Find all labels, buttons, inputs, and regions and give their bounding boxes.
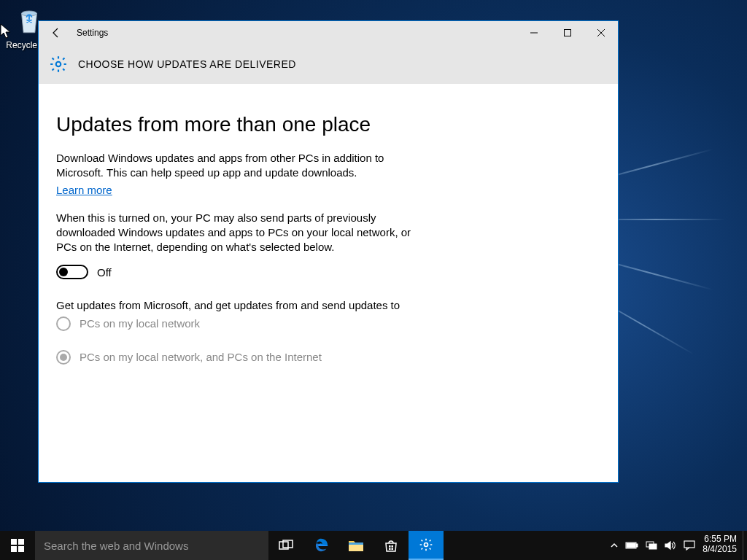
toggle-state-label: Off: [97, 266, 112, 279]
store-button[interactable]: [374, 531, 409, 560]
radio-group-label: Get updates from Microsoft, and get upda…: [56, 298, 421, 313]
clock-time: 6:55 PM: [703, 534, 737, 544]
tray-chevron-icon[interactable]: [611, 542, 618, 549]
action-center-icon[interactable]: [684, 540, 695, 551]
task-view-button[interactable]: [268, 531, 303, 560]
settings-taskbar-button[interactable]: [409, 531, 444, 560]
learn-more-link[interactable]: Learn more: [56, 184, 112, 196]
maximize-button[interactable]: [551, 21, 584, 44]
svg-point-3: [56, 62, 61, 67]
svg-rect-18: [636, 544, 638, 547]
radio-label-internet: PCs on my local network, and PCs on the …: [80, 351, 322, 363]
svg-point-16: [425, 543, 428, 547]
svg-rect-15: [392, 548, 394, 551]
svg-rect-2: [565, 30, 571, 36]
svg-rect-22: [684, 541, 694, 548]
show-desktop-button[interactable]: [743, 531, 747, 560]
svg-rect-19: [627, 543, 635, 548]
delivery-toggle[interactable]: [56, 265, 88, 279]
page-header-title: CHOOSE HOW UPDATES ARE DELIVERED: [78, 58, 296, 70]
svg-rect-4: [11, 539, 17, 545]
desktop[interactable]: Recycle Bin Settings: [0, 0, 747, 560]
description-1: Download Windows updates and apps from o…: [56, 151, 421, 181]
svg-rect-14: [389, 548, 391, 551]
volume-icon[interactable]: [665, 540, 676, 551]
svg-rect-6: [11, 546, 17, 552]
content-area: Updates from more than one place Downloa…: [39, 84, 618, 482]
window-title: Settings: [74, 28, 108, 38]
description-2: When this is turned on, your PC may also…: [56, 211, 421, 255]
content-heading: Updates from more than one place: [56, 113, 600, 136]
page-header: CHOOSE HOW UPDATES ARE DELIVERED: [39, 44, 618, 84]
taskbar: Search the web and Windows: [0, 531, 747, 560]
radio-label-local: PCs on my local network: [80, 317, 200, 330]
radio-icon: [56, 316, 71, 331]
back-button[interactable]: [39, 21, 74, 44]
start-button[interactable]: [0, 531, 35, 560]
titlebar[interactable]: Settings: [39, 21, 618, 44]
clock-date: 8/4/2015: [703, 544, 737, 554]
svg-rect-12: [389, 545, 391, 548]
svg-rect-7: [18, 546, 24, 552]
svg-rect-21: [649, 544, 657, 549]
svg-rect-13: [392, 545, 394, 548]
file-explorer-button[interactable]: [338, 531, 374, 560]
gear-icon: [49, 55, 68, 74]
edge-button[interactable]: [303, 531, 338, 560]
taskbar-clock[interactable]: 6:55 PM 8/4/2015: [700, 531, 743, 560]
settings-window: Settings CHOOSE HOW UPDATES ARE DELIVERE…: [38, 20, 619, 483]
radio-option-local[interactable]: PCs on my local network: [56, 316, 600, 331]
search-box[interactable]: Search the web and Windows: [35, 531, 268, 560]
svg-rect-11: [349, 542, 363, 545]
system-tray[interactable]: [606, 531, 700, 560]
search-placeholder: Search the web and Windows: [44, 540, 188, 552]
battery-icon[interactable]: [625, 541, 638, 550]
svg-rect-5: [18, 539, 24, 545]
radio-icon: [56, 350, 71, 365]
radio-option-internet[interactable]: PCs on my local network, and PCs on the …: [56, 350, 600, 365]
svg-rect-10: [349, 544, 363, 551]
minimize-button[interactable]: [517, 21, 551, 44]
network-icon[interactable]: [646, 540, 657, 551]
close-button[interactable]: [584, 21, 618, 44]
